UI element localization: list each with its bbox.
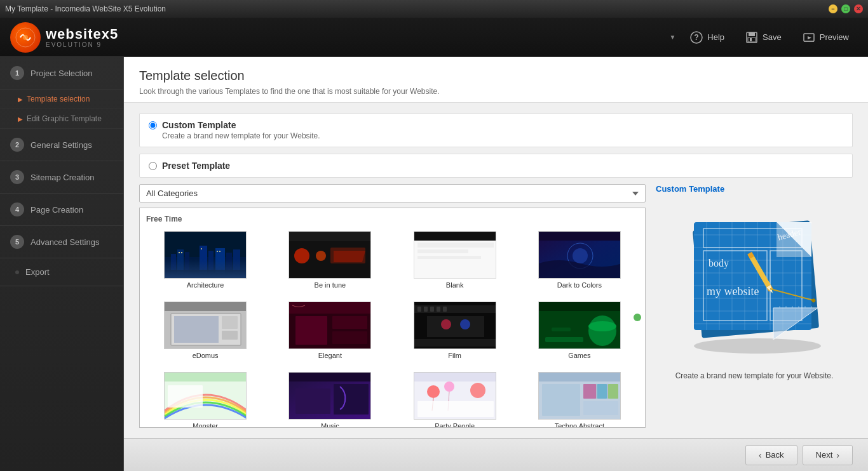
svg-rect-71	[168, 385, 203, 408]
svg-rect-34	[417, 242, 494, 248]
scroll-indicator	[634, 314, 641, 321]
svg-point-62	[460, 319, 470, 329]
svg-text:my website: my website	[707, 285, 759, 298]
svg-rect-55	[417, 307, 421, 312]
svg-rect-33	[414, 232, 496, 241]
sidebar: 1 Project Selection ▶ Template selection…	[0, 57, 124, 471]
sidebar-label-project-selection: Project Selection	[31, 69, 93, 78]
preset-template-option[interactable]: Preset Template	[139, 154, 853, 178]
custom-template-radio[interactable]	[149, 121, 157, 129]
save-label: Save	[763, 32, 782, 42]
svg-rect-9	[804, 41, 814, 42]
preset-template-radio[interactable]	[149, 162, 157, 170]
content-body: Custom Template Create a brand new templ…	[124, 103, 868, 438]
template-item-blank[interactable]: Blank	[396, 229, 514, 291]
template-item-architecture[interactable]: Architecture	[146, 229, 264, 291]
close-button[interactable]: ✕	[854, 4, 863, 13]
template-name-games: Games	[568, 352, 590, 359]
sidebar-label-edit-graphic: Edit Graphic Template	[27, 114, 102, 123]
svg-rect-70	[165, 373, 247, 381]
page-title: Template selection	[139, 69, 853, 83]
sidebar-item-advanced-settings[interactable]: 5 Advanced Settings	[0, 226, 123, 258]
svg-text:?: ?	[695, 33, 699, 42]
svg-rect-13	[171, 254, 176, 273]
sidebar-item-export[interactable]: Export	[0, 258, 123, 286]
svg-rect-35	[417, 249, 468, 253]
svg-rect-24	[217, 251, 218, 252]
template-item-darkColors[interactable]: Dark to Colors	[520, 229, 639, 291]
svg-rect-12	[165, 257, 247, 279]
svg-rect-16	[200, 246, 207, 273]
svg-rect-54	[414, 339, 496, 347]
content-area: Template selection Look through the vari…	[124, 57, 868, 471]
content-header: Template selection Look through the vari…	[124, 57, 868, 103]
sidebar-item-template-selection[interactable]: ▶ Template selection	[0, 90, 123, 109]
back-label: Back	[766, 450, 784, 460]
svg-rect-42	[165, 302, 247, 311]
template-item-games[interactable]: Games	[520, 299, 639, 362]
custom-template-text: Custom Template Create a brand new templ…	[162, 120, 320, 140]
template-name-darkColors: Dark to Colors	[557, 281, 602, 289]
svg-rect-38	[539, 232, 621, 241]
svg-rect-73	[289, 373, 371, 381]
category-select[interactable]: All Categories Business Personal	[139, 184, 646, 202]
sidebar-item-page-creation[interactable]: 4 Page Creation	[0, 194, 123, 226]
svg-rect-86	[542, 384, 580, 416]
template-thumb-edomus	[164, 302, 247, 349]
svg-rect-59	[443, 307, 447, 312]
template-item-partyPeople[interactable]: Party People	[396, 369, 514, 428]
svg-rect-21	[179, 252, 180, 253]
svg-point-61	[441, 319, 451, 329]
help-button[interactable]: ? Help	[681, 27, 733, 48]
save-button[interactable]: Save	[736, 27, 790, 48]
template-name-partyPeople: Party People	[435, 422, 475, 428]
next-button[interactable]: Next ›	[803, 445, 853, 465]
svg-rect-15	[185, 252, 189, 273]
sidebar-label-general-settings: General Settings	[31, 140, 92, 150]
preview-label: Custom Template	[656, 184, 724, 194]
dropdown-arrow-icon[interactable]: ▼	[669, 34, 675, 41]
template-item-music[interactable]: Music	[271, 369, 389, 428]
preview-icon	[802, 30, 816, 44]
sidebar-item-general-settings[interactable]: 2 General Settings	[0, 129, 123, 161]
template-right-panel: Custom Template	[656, 184, 853, 428]
svg-rect-23	[201, 248, 202, 249]
titlebar: My Template - Incomedia WebSite X5 Evolu…	[0, 0, 868, 18]
logo-text-group: websitex5 EVOLUTION 9	[46, 26, 118, 48]
svg-point-66	[588, 321, 616, 331]
back-button[interactable]: ‹ Back	[745, 445, 797, 465]
svg-rect-50	[332, 316, 367, 329]
maximize-button[interactable]: □	[841, 4, 850, 13]
svg-rect-88	[583, 401, 618, 415]
svg-rect-19	[226, 253, 232, 273]
template-item-film[interactable]: Film	[396, 299, 514, 362]
logo-icon	[10, 22, 41, 53]
svg-point-29	[294, 248, 309, 263]
template-name-film: Film	[448, 352, 461, 359]
step-number-export	[15, 270, 19, 274]
template-item-technoAbstract[interactable]: Techno Abstract	[520, 369, 639, 428]
template-item-beinTune[interactable]: Be in tune	[271, 229, 389, 291]
svg-rect-49	[295, 316, 327, 345]
template-item-monster[interactable]: Monster	[146, 369, 264, 428]
sidebar-label-template-selection: Template selection	[27, 95, 90, 103]
template-item-elegant[interactable]: Elegant	[271, 299, 389, 362]
logo: websitex5 EVOLUTION 9	[10, 22, 118, 53]
sidebar-item-edit-graphic-template[interactable]: ▶ Edit Graphic Template	[0, 109, 123, 129]
custom-template-option[interactable]: Custom Template Create a brand new templ…	[139, 113, 853, 147]
toolbar: websitex5 EVOLUTION 9 ▼ ? Help	[0, 18, 868, 57]
template-grid-wrapper[interactable]: Free Time	[139, 208, 646, 428]
template-thumb-beinTune	[288, 231, 371, 279]
template-item-eDomus[interactable]: eDomus	[146, 299, 264, 362]
svg-rect-68	[552, 328, 571, 331]
preview-button[interactable]: Preview	[793, 27, 858, 48]
logo-text: websitex5	[46, 26, 118, 43]
svg-rect-46	[222, 331, 238, 340]
sidebar-label-export: Export	[25, 267, 50, 277]
minimize-button[interactable]: −	[829, 4, 837, 13]
svg-point-79	[444, 381, 454, 392]
sidebar-item-project-selection[interactable]: 1 Project Selection	[0, 57, 123, 90]
sidebar-item-sitemap-creation[interactable]: 3 Sitemap Creation	[0, 161, 123, 194]
template-thumb-music	[288, 372, 371, 420]
next-label: Next	[816, 450, 833, 460]
